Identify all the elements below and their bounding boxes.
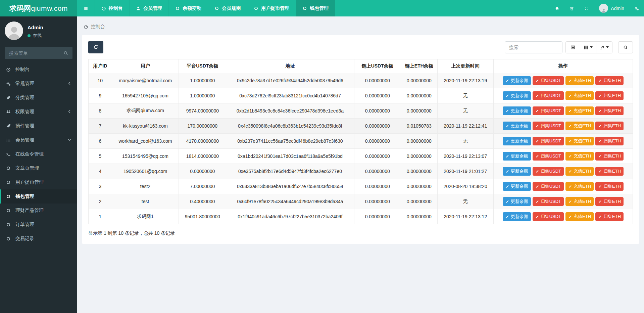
sidebar-item-console[interactable]: 控制台	[0, 62, 77, 77]
sidebar-item-wallet[interactable]: 钱包管理	[0, 189, 77, 204]
collect-eth-button[interactable]: 归集ETH	[595, 91, 624, 100]
table-cell: 0.00000000	[354, 164, 401, 179]
settings-button[interactable]	[629, 0, 644, 16]
sidebar-item-withdraw[interactable]: 用户提币管理	[0, 175, 77, 189]
recharge-eth-button[interactable]: 充值ETH	[565, 152, 594, 161]
collect-usdt-button[interactable]: 归集USDT	[533, 137, 564, 145]
toolbar-right	[505, 41, 633, 53]
sidebar-item-category[interactable]: 分类管理	[0, 91, 77, 105]
collect-eth-button[interactable]: 归集ETH	[595, 106, 624, 115]
sidebar-item-article[interactable]: 文章页管理	[0, 161, 77, 175]
detail-view-icon	[571, 45, 575, 50]
circle-icon	[5, 236, 11, 241]
chevron-left-icon	[66, 109, 72, 114]
collect-usdt-button[interactable]: 归集USDT	[533, 91, 564, 100]
recharge-eth-button[interactable]: 充值ETH	[565, 197, 594, 206]
update-balance-button[interactable]: 更新余额	[503, 197, 531, 206]
table-cell: 7.00000000	[179, 179, 226, 194]
recharge-eth-button[interactable]: 充值ETH	[565, 122, 594, 130]
sidebar-item-members[interactable]: 会员管理	[0, 133, 77, 147]
topnav-item-members[interactable]: 会员管理	[130, 0, 169, 16]
collect-usdt-button[interactable]: 归集USDT	[533, 182, 564, 191]
sidebar-item-addon[interactable]: 插件管理	[0, 119, 77, 133]
update-balance-button[interactable]: 更新余额	[503, 212, 531, 221]
update-balance-button[interactable]: 更新余额	[503, 167, 531, 176]
collect-eth-button[interactable]: 归集ETH	[595, 197, 624, 206]
sidebar-toggle-button[interactable]	[77, 0, 95, 16]
action-button-label: 归集USDT	[541, 138, 561, 144]
table-search-button[interactable]	[618, 41, 633, 53]
collect-usdt-button[interactable]: 归集USDT	[533, 212, 564, 221]
topnav-item-console[interactable]: 控制台	[95, 0, 130, 16]
user-menu[interactable]: Admin	[594, 0, 629, 16]
collect-usdt-button[interactable]: 归集USDT	[533, 167, 564, 176]
collect-eth-button[interactable]: 归集ETH	[595, 137, 624, 145]
collect-usdt-button[interactable]: 归集USDT	[533, 122, 564, 130]
update-balance-button[interactable]: 更新余额	[503, 137, 531, 145]
collect-eth-button[interactable]: 归集ETH	[595, 122, 624, 130]
home-button[interactable]	[550, 0, 564, 16]
sidebar-item-auth[interactable]: 权限管理	[0, 105, 77, 119]
action-button-label: 归集USDT	[541, 123, 561, 129]
update-balance-button[interactable]: 更新余额	[503, 122, 531, 130]
update-balance-button[interactable]: 更新余额	[503, 91, 531, 100]
column-header: 用户ID	[89, 59, 112, 73]
table-search-input[interactable]	[505, 41, 562, 53]
topnav-item-wallet[interactable]: 钱包管理	[296, 0, 335, 16]
sidebar-item-general[interactable]: 常规管理	[0, 77, 77, 91]
action-button-label: 归集ETH	[603, 108, 621, 114]
sidebar-item-orders[interactable]: 订单管理	[0, 218, 77, 232]
recharge-eth-button[interactable]: 充值ETH	[565, 212, 594, 221]
action-button-label: 充值ETH	[574, 123, 591, 129]
sidebar-item-command[interactable]: 在线命令管理	[0, 147, 77, 161]
recharge-eth-button[interactable]: 充值ETH	[565, 137, 594, 145]
sidebar-item-transactions[interactable]: 交易记录	[0, 232, 77, 246]
toggle-view-button[interactable]	[565, 41, 580, 53]
collect-eth-button[interactable]: 归集ETH	[595, 76, 624, 85]
columns-button[interactable]	[580, 41, 596, 53]
pencil-icon	[598, 79, 602, 83]
refresh-button[interactable]	[88, 41, 103, 53]
collect-eth-button[interactable]: 归集ETH	[595, 167, 624, 176]
sidebar-search-input[interactable]	[9, 50, 61, 56]
update-balance-button[interactable]: 更新余额	[503, 152, 531, 161]
collect-eth-button[interactable]: 归集ETH	[595, 182, 624, 191]
export-button[interactable]	[596, 41, 612, 53]
sidebar-item-finance-product[interactable]: 理财产品管理	[0, 204, 77, 218]
action-button-label: 归集USDT	[541, 93, 561, 99]
brand-logo[interactable]: 求码网qiumw.com	[0, 0, 77, 16]
home-icon	[555, 6, 559, 11]
recharge-eth-button[interactable]: 充值ETH	[565, 91, 594, 100]
collect-usdt-button[interactable]: 归集USDT	[533, 106, 564, 115]
action-button-label: 充值ETH	[574, 78, 591, 84]
topnav-item-member-rules[interactable]: 会员规则	[208, 0, 247, 16]
trash-button[interactable]	[564, 0, 579, 16]
fullscreen-button[interactable]	[579, 0, 594, 16]
recharge-eth-button[interactable]: 充值ETH	[565, 167, 594, 176]
recharge-eth-button[interactable]: 充值ETH	[565, 76, 594, 85]
user-silhouette-icon	[601, 8, 606, 13]
actions-cell: 更新余额归集USDT充值ETH归集ETH	[493, 179, 633, 194]
topnav-item-balance-change[interactable]: 余额变动	[169, 0, 208, 16]
topnav-item-withdraw[interactable]: 用户提币管理	[247, 0, 296, 16]
table-cell: 9	[89, 88, 112, 103]
action-button-label: 充值ETH	[574, 214, 591, 220]
collect-usdt-button[interactable]: 归集USDT	[533, 152, 564, 161]
chevron-down-icon	[66, 137, 72, 142]
collect-eth-button[interactable]: 归集ETH	[595, 152, 624, 161]
sidebar-user-status[interactable]: 在线	[28, 33, 43, 39]
sidebar-user-panel: Admin 在线	[0, 16, 77, 44]
collect-usdt-button[interactable]: 归集USDT	[533, 197, 564, 206]
update-balance-button[interactable]: 更新余额	[503, 182, 531, 191]
pencil-icon	[505, 139, 509, 143]
action-button-label: 归集USDT	[541, 153, 561, 159]
recharge-eth-button[interactable]: 充值ETH	[565, 106, 594, 115]
action-button-label: 归集ETH	[603, 153, 621, 159]
update-balance-button[interactable]: 更新余额	[503, 76, 531, 85]
update-balance-button[interactable]: 更新余额	[503, 106, 531, 115]
action-button-label: 更新余额	[511, 168, 528, 174]
collect-usdt-button[interactable]: 归集USDT	[533, 76, 564, 85]
collect-eth-button[interactable]: 归集ETH	[595, 212, 624, 221]
search-icon[interactable]	[63, 51, 68, 55]
recharge-eth-button[interactable]: 充值ETH	[565, 182, 594, 191]
